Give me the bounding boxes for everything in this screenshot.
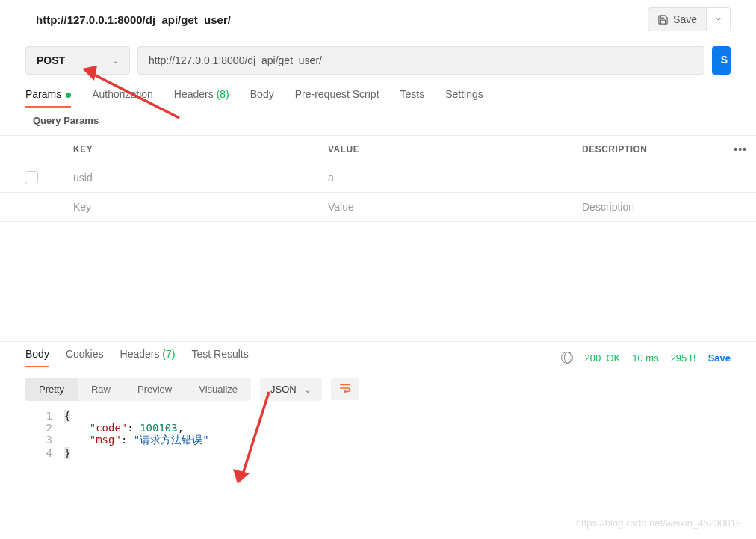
tab-params-label: Params bbox=[25, 88, 61, 100]
chevron-down-icon bbox=[714, 15, 722, 23]
svg-marker-4 bbox=[233, 469, 250, 484]
col-value-header: VALUE bbox=[317, 136, 571, 163]
wrap-icon bbox=[338, 383, 352, 393]
status-size: 295 B bbox=[671, 352, 696, 364]
tab-prerequest[interactable]: Pre-request Script bbox=[295, 88, 379, 108]
param-value-placeholder[interactable]: Value bbox=[317, 193, 571, 221]
wrap-lines-button[interactable] bbox=[331, 378, 359, 400]
resp-headers-count: (7) bbox=[162, 348, 175, 360]
save-label: Save bbox=[673, 13, 697, 25]
globe-icon[interactable] bbox=[561, 352, 573, 364]
tab-body[interactable]: Body bbox=[250, 88, 274, 108]
request-title: http://127.0.0.1:8000/dj_api/get_user/ bbox=[36, 13, 648, 26]
resp-tab-body[interactable]: Body bbox=[25, 348, 49, 367]
send-button[interactable]: S bbox=[712, 46, 731, 75]
param-value-cell[interactable]: a bbox=[317, 163, 571, 192]
param-desc-cell[interactable] bbox=[571, 163, 756, 192]
param-desc-placeholder[interactable]: Description bbox=[571, 193, 756, 221]
resp-tab-test-results[interactable]: Test Results bbox=[191, 348, 248, 367]
resp-tab-cookies[interactable]: Cookies bbox=[66, 348, 104, 367]
view-visualize[interactable]: Visualize bbox=[185, 378, 251, 401]
query-params-title: Query Params bbox=[33, 115, 731, 126]
status-code: 200 OK bbox=[585, 352, 621, 364]
tab-authorization[interactable]: Authorization bbox=[92, 88, 153, 108]
col-key-header: KEY bbox=[63, 136, 317, 163]
view-pretty[interactable]: Pretty bbox=[25, 378, 78, 401]
resp-tab-headers[interactable]: Headers (7) bbox=[120, 348, 176, 367]
tab-headers-label: Headers bbox=[174, 88, 214, 100]
format-label: JSON bbox=[270, 384, 297, 395]
headers-count: (8) bbox=[217, 88, 229, 100]
tab-headers[interactable]: Headers (8) bbox=[174, 88, 229, 108]
tab-tests[interactable]: Tests bbox=[400, 88, 425, 108]
row-checkbox[interactable] bbox=[25, 171, 38, 184]
watermark: https://blog.csdn.net/weixin_45230019 bbox=[576, 517, 741, 529]
params-table: KEY VALUE DESCRIPTION••• usid a Key Valu… bbox=[0, 135, 756, 222]
tab-params[interactable]: Params bbox=[25, 88, 71, 108]
columns-options-icon[interactable]: ••• bbox=[734, 143, 747, 155]
param-key-placeholder[interactable]: Key bbox=[63, 193, 317, 221]
format-select[interactable]: JSON ⌄ bbox=[260, 378, 322, 401]
method-label: POST bbox=[37, 54, 65, 66]
save-button[interactable]: Save bbox=[648, 7, 707, 31]
status-time: 10 ms bbox=[632, 352, 658, 364]
save-icon bbox=[657, 14, 669, 25]
url-input[interactable]: http://127.0.0.1:8000/dj_api/get_user/ bbox=[137, 46, 704, 75]
view-raw[interactable]: Raw bbox=[78, 378, 124, 401]
chevron-down-icon: ⌄ bbox=[304, 384, 312, 395]
col-desc-header: DESCRIPTION••• bbox=[571, 136, 756, 163]
tab-settings[interactable]: Settings bbox=[445, 88, 483, 108]
save-dropdown[interactable] bbox=[707, 7, 731, 31]
table-row[interactable]: usid a bbox=[0, 163, 756, 193]
chevron-down-icon: ⌄ bbox=[111, 55, 119, 66]
method-select[interactable]: POST ⌄ bbox=[25, 46, 130, 75]
params-active-dot-icon bbox=[66, 93, 71, 98]
response-body[interactable]: 1{ 2 "code": 100103, 3 "msg": "请求方法错误" 4… bbox=[0, 401, 756, 459]
resp-headers-label: Headers bbox=[120, 348, 160, 360]
table-row[interactable]: Key Value Description bbox=[0, 193, 756, 222]
save-response-button[interactable]: Save bbox=[708, 352, 731, 364]
view-preview[interactable]: Preview bbox=[124, 378, 185, 401]
param-key-cell[interactable]: usid bbox=[63, 163, 317, 192]
